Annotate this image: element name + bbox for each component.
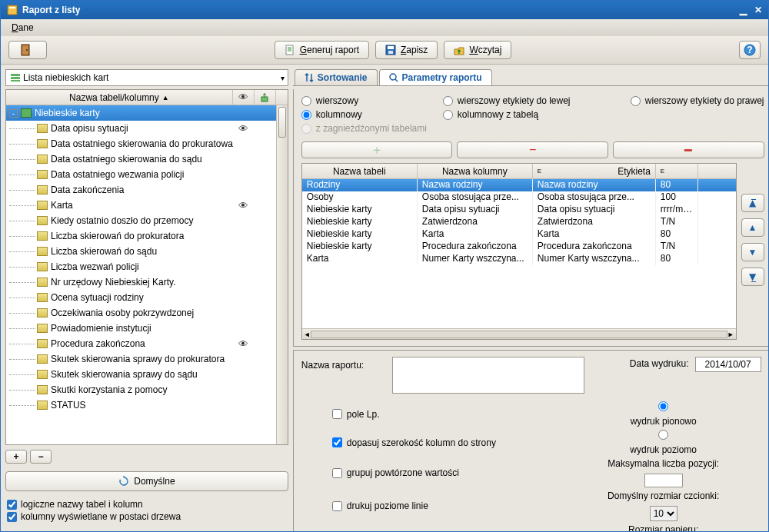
- save-button[interactable]: Zapisz: [375, 41, 438, 59]
- col-nazwa-tabeli[interactable]: Nazwa tabeli: [302, 164, 418, 178]
- tree-buttons: + −: [5, 448, 288, 465]
- tree-item[interactable]: Nr urzędowy Niebieskiej Karty.: [6, 274, 288, 290]
- col-etykieta[interactable]: EEtykieta: [533, 164, 656, 178]
- check-hlines[interactable]: drukuj poziome linie: [332, 490, 548, 521]
- tree-item[interactable]: Data opisu sytuacji👁: [6, 121, 288, 136]
- parameters-table[interactable]: Nazwa tabeli Nazwa kolumny EEtykieta E R…: [301, 163, 737, 340]
- font-size-select[interactable]: 10: [650, 506, 677, 521]
- param-action-buttons: ＋ − ━: [301, 141, 764, 158]
- tree-item[interactable]: Ocena sytuacji rodziny: [6, 290, 288, 305]
- menu-dane[interactable]: Dane: [7, 21, 38, 35]
- column-tree: Nazwa tabeli/kolumny▲ 👁 -Niebieskie kart…: [5, 89, 288, 445]
- check-fit-width[interactable]: dopasuj szerokość kolumn do strony: [332, 430, 548, 455]
- check-group-repeated[interactable]: grupuj powtórzone wartości: [332, 458, 548, 487]
- param-row[interactable]: Niebieskie kartyData opisu sytuacjiData …: [302, 204, 736, 216]
- tree-item[interactable]: Liczba skierowań do sądu: [6, 244, 288, 259]
- print-date-input[interactable]: [695, 357, 761, 372]
- radio-wierszowy-lewej[interactable]: wierszowy etykiety do lewej: [443, 95, 620, 106]
- add-node-button[interactable]: +: [5, 450, 27, 464]
- add-column-button[interactable]: ＋: [301, 141, 453, 158]
- param-row[interactable]: OsobyOsoba stosująca prze...Osoba stosuj…: [302, 191, 736, 204]
- tab-sortowanie[interactable]: Sortowanie: [295, 69, 378, 85]
- tree-item[interactable]: Skutki korzystania z pomocy: [6, 382, 288, 397]
- radio-kolumnowy-tabela[interactable]: kolumnowy z tabelą: [443, 109, 620, 120]
- remove-all-button[interactable]: ━: [613, 141, 764, 158]
- tree-item[interactable]: Skutek skierowania sprawy do prokuratora: [6, 351, 288, 367]
- param-h-scroll[interactable]: ◄►: [302, 328, 736, 339]
- generate-report-button[interactable]: Generuj raport: [275, 41, 369, 59]
- svg-rect-11: [11, 74, 20, 76]
- svg-rect-13: [11, 80, 20, 81]
- radio-wierszowy-prawej[interactable]: wierszowy etykiety do prawej: [631, 95, 764, 106]
- svg-point-15: [390, 74, 396, 80]
- radio-landscape[interactable]: wydruk poziomo: [563, 430, 764, 455]
- tree-item[interactable]: Data ostatniego skierowania do prokurato…: [6, 136, 288, 151]
- radio-wierszowy[interactable]: wierszowy: [301, 95, 432, 106]
- tree-item[interactable]: Kiedy ostatnio doszło do przemocy: [6, 213, 288, 228]
- max-rows-input[interactable]: [644, 474, 683, 487]
- remove-column-button[interactable]: −: [457, 141, 608, 158]
- tree-item[interactable]: Liczba skierowań do prokuratora: [6, 228, 288, 244]
- tree-scrollbar[interactable]: [276, 105, 288, 444]
- close-button[interactable]: ✕: [754, 5, 762, 15]
- check-tree-columns[interactable]: kolumny wyświetlane w postaci drzewa: [7, 511, 287, 522]
- tree-item[interactable]: Skutek skierowania sprawy do sądu: [6, 367, 288, 382]
- tree-item[interactable]: Liczba wezwań policji: [6, 259, 288, 274]
- load-button[interactable]: Wczytaj: [444, 41, 511, 59]
- move-down-button[interactable]: ▼: [741, 243, 764, 261]
- radio-portrait[interactable]: wydruk pionowo: [563, 401, 764, 427]
- move-up-button[interactable]: ▲: [741, 218, 764, 237]
- app-icon: [7, 5, 18, 15]
- check-logical-names[interactable]: logiczne nazwy tabel i kolumn: [7, 499, 287, 510]
- svg-rect-7: [388, 46, 394, 49]
- tree-item[interactable]: Procedura zakończona👁: [6, 336, 288, 351]
- col-width[interactable]: E: [656, 164, 698, 178]
- svg-rect-1: [9, 7, 15, 8]
- body: Lista niebieskich kart ▾ Nazwa tabeli/ko…: [1, 65, 768, 531]
- param-row[interactable]: Niebieskie kartyKartaKarta80: [302, 228, 736, 241]
- tree-item[interactable]: Karta👁: [6, 198, 288, 213]
- param-row[interactable]: Niebieskie kartyZatwierdzonaZatwierdzona…: [302, 216, 736, 228]
- tree-options: logiczne nazwy tabel i kolumn kolumny wy…: [5, 494, 288, 527]
- radio-kolumnowy[interactable]: kolumnowy: [301, 109, 432, 120]
- svg-rect-5: [286, 45, 293, 55]
- tab-parametry[interactable]: Parametry raportu: [379, 69, 492, 85]
- col-nazwa-kolumny[interactable]: Nazwa kolumny: [418, 164, 533, 178]
- svg-text:?: ?: [747, 45, 752, 55]
- tree-body[interactable]: -Niebieskie kartyData opisu sytuacji👁Dat…: [6, 105, 288, 444]
- tree-item[interactable]: STATUS: [6, 397, 288, 413]
- sort-icon: [305, 73, 314, 82]
- tabbar: Sortowanie Parametry raportu: [293, 69, 768, 86]
- tree-item[interactable]: Data zakończenia: [6, 182, 288, 198]
- param-row[interactable]: RodzinyNazwa rodzinyNazwa rodziny80: [302, 179, 736, 191]
- move-bottom-button[interactable]: ▼̲: [741, 268, 764, 286]
- tree-header-pick[interactable]: [255, 90, 276, 105]
- tree-item[interactable]: Data ostatniego skierowania do sądu: [6, 151, 288, 167]
- tree-header-eye[interactable]: 👁: [233, 90, 255, 105]
- right-panel: Sortowanie Parametry raportu wierszowy w…: [293, 69, 768, 527]
- tree-item[interactable]: Oczekiwania osoby pokrzywdzonej: [6, 305, 288, 321]
- tree-header-name[interactable]: Nazwa tabeli/kolumny▲: [6, 90, 233, 105]
- exit-button[interactable]: [8, 41, 47, 59]
- svg-rect-0: [8, 5, 17, 15]
- svg-point-4: [26, 49, 28, 51]
- remove-node-button[interactable]: −: [30, 450, 52, 464]
- minimize-button[interactable]: ▁: [740, 5, 747, 15]
- refresh-icon: [118, 476, 129, 487]
- list-selector-combo[interactable]: Lista niebieskich kart ▾: [5, 69, 288, 86]
- report-settings: Nazwa raportu: Data wydruku: pole Lp. wy…: [293, 350, 768, 531]
- layout-radios: wierszowy wierszowy etykiety do lewej wi…: [301, 95, 764, 134]
- tree-item[interactable]: Powiadomienie instytucji: [6, 321, 288, 336]
- default-button[interactable]: Domyślne: [5, 471, 288, 491]
- report-name-input[interactable]: [392, 357, 584, 394]
- window-title: Raport z listy: [22, 5, 80, 15]
- help-button[interactable]: ?: [739, 41, 761, 59]
- list-icon: [11, 73, 20, 82]
- report-name-label: Nazwa raportu:: [301, 357, 386, 371]
- tree-root[interactable]: -Niebieskie karty: [6, 105, 288, 121]
- check-pole-lp[interactable]: pole Lp.: [332, 401, 548, 427]
- param-row[interactable]: KartaNumer Karty wszczyna...Numer Karty …: [302, 253, 736, 265]
- param-row[interactable]: Niebieskie kartyProcedura zakończonaProc…: [302, 241, 736, 253]
- tree-item[interactable]: Data ostatniego wezwania policji: [6, 167, 288, 182]
- move-top-button[interactable]: ▲̅: [741, 194, 764, 212]
